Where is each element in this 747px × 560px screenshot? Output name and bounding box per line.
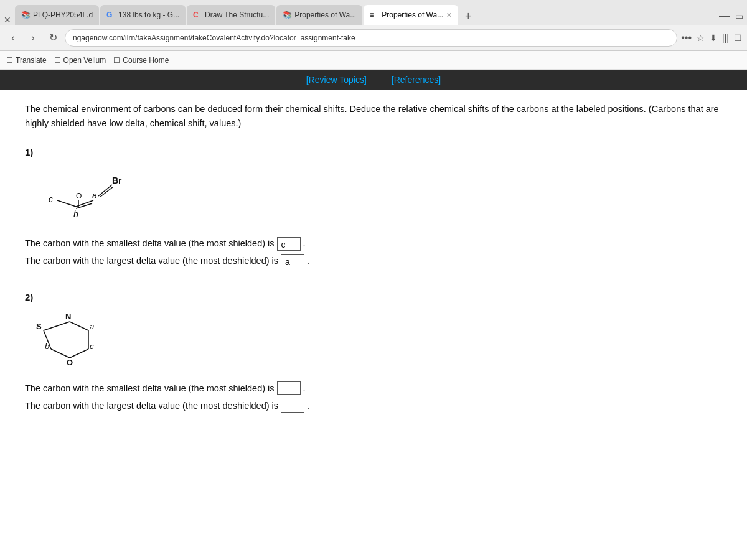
molecule-1-container: c b O a [31,166,722,228]
tab-plq-favicon: 📚 [21,11,30,19]
svg-line-13 [70,349,88,358]
bookmark-translate-icon: ☐ [6,56,13,65]
bookmarks-bar: ☐ Translate ☐ Open Vellum ☐ Course Home [0,51,747,70]
tab-google[interactable]: G 138 lbs to kg - G... [100,5,186,25]
bookmark-course-home[interactable]: ☐ Course Home [113,56,169,65]
download-icon[interactable]: ⬇ [710,33,717,43]
bookmark-course-label: Course Home [123,56,169,65]
page-toolbar: [Review Topics] [References] [0,70,747,90]
references-link[interactable]: [References] [392,75,441,85]
content-area: [Review Topics] [References] The chemica… [0,70,747,560]
close-window-icon[interactable]: ✕ [4,15,11,25]
page-content: [Review Topics] [References] The chemica… [0,70,747,560]
restore-button[interactable]: ▭ [735,11,743,21]
molecule-1-svg: c b O a [31,166,156,228]
molecule-2-svg: N a c O b S [31,310,143,373]
new-tab-button[interactable]: + [459,7,477,25]
tab-draw[interactable]: C Draw The Structu... [187,5,275,25]
question-2-q1-period: . [303,382,306,396]
browser-window: ✕ 📚 PLQ-PHY2054L.d G 138 lbs to kg - G..… [0,0,747,560]
tab-plq-label: PLQ-PHY2054L.d [33,11,93,19]
svg-text:c: c [90,342,94,351]
review-topics-link[interactable]: [Review Topics] [306,75,367,85]
question-2-number: 2) [25,291,722,305]
bookmark-open-vellum[interactable]: ☐ Open Vellum [54,56,106,65]
svg-text:c: c [49,194,53,204]
svg-text:b: b [73,209,78,219]
question-1-q1-line: The carbon with the smallest delta value… [25,237,722,251]
reload-button[interactable]: ↻ [45,30,61,46]
bookmark-translate[interactable]: ☐ Translate [6,56,47,65]
svg-text:O: O [76,192,82,200]
question-1-q1-text: The carbon with the smallest delta value… [25,237,275,251]
question-1-q2-period: . [307,254,309,268]
molecule-2-container: N a c O b S [31,310,722,373]
tab-prop2-close[interactable]: ✕ [446,11,452,19]
tab-prop1[interactable]: 📚 Properties of Wa... [276,5,362,25]
question-1-q2-text: The carbon with the largest delta value … [25,254,278,268]
tab-plq[interactable]: 📚 PLQ-PHY2054L.d [15,5,99,25]
question-2-q1-line: The carbon with the smallest delta value… [25,381,722,395]
tab-prop1-label: Properties of Wa... [294,11,356,19]
question-2-q2-line: The carbon with the largest delta value … [25,399,722,413]
question-1-q1-period: . [303,237,306,251]
tab-draw-favicon: C [193,11,202,19]
svg-line-14 [51,349,70,358]
question-1-block: 1) c b [25,146,722,268]
tab-google-favicon: G [106,11,115,19]
tab-prop2[interactable]: ≡ Properties of Wa... ✕ [364,5,458,25]
svg-text:a: a [90,322,94,331]
svg-text:S: S [36,322,42,331]
address-icons: ••• ☆ ⬇ ||| ☐ [681,32,742,44]
back-button[interactable]: ‹ [5,30,21,46]
page-body: The chemical environment of carbons can … [0,90,747,460]
favorites-icon[interactable]: ☆ [697,33,705,43]
svg-text:N: N [65,312,71,321]
question-2-q2-period: . [307,399,309,413]
question-2-q2-answer[interactable] [281,399,304,413]
question-2-q2-text: The carbon with the largest delta value … [25,399,278,413]
question-2-q1-text: The carbon with the smallest delta value… [25,382,275,396]
tab-icon[interactable]: ☐ [734,33,742,43]
bookmark-vellum-icon: ☐ [54,56,61,65]
question-1-q2-answer[interactable]: a [281,254,304,268]
bookmark-translate-label: Translate [16,56,47,65]
tab-prop2-label: Properties of Wa... [382,11,443,19]
svg-line-16 [44,322,70,330]
minimize-button[interactable]: — [719,9,730,22]
tab-bar: ✕ 📚 PLQ-PHY2054L.d G 138 lbs to kg - G..… [0,0,747,25]
question-1-q2-line: The carbon with the largest delta value … [25,254,722,268]
svg-line-8 [98,185,112,196]
svg-line-9 [100,187,113,197]
more-options-icon[interactable]: ••• [681,32,692,44]
bookmark-course-icon: ☐ [113,56,120,65]
svg-text:Br: Br [112,175,122,185]
tab-prop1-favicon: 📚 [283,11,291,19]
tab-google-label: 138 lbs to kg - G... [118,11,179,19]
tab-draw-label: Draw The Structu... [205,11,269,19]
address-input[interactable] [65,29,677,47]
svg-text:b: b [45,342,49,351]
address-bar-row: ‹ › ↻ ••• ☆ ⬇ ||| ☐ [0,25,747,51]
svg-text:O: O [67,358,73,367]
svg-line-11 [70,322,88,330]
question-1-number: 1) [25,146,722,160]
question-1-q1-answer[interactable]: c [277,237,301,251]
intro-paragraph: The chemical environment of carbons can … [25,102,722,131]
question-2-q1-answer[interactable] [277,381,301,395]
svg-text:a: a [92,190,97,200]
bookmark-vellum-label: Open Vellum [63,56,106,65]
tab-prop2-favicon: ≡ [370,11,378,19]
reader-mode-icon[interactable]: ||| [722,33,729,43]
forward-button[interactable]: › [25,30,41,46]
question-2-block: 2) [25,291,722,413]
svg-line-1 [57,200,76,207]
